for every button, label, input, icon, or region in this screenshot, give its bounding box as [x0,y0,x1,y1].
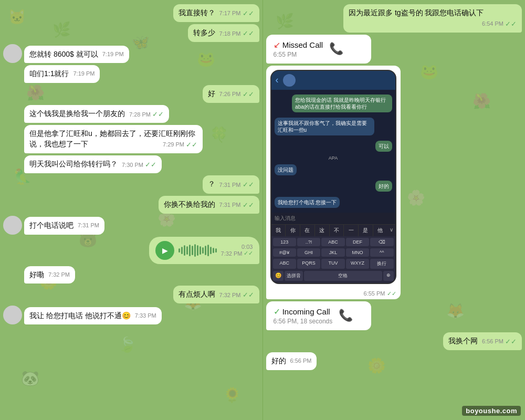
message-meta: 7:26 PM ✓✓ [219,90,254,99]
phone-header: ‹ [271,71,395,90]
message-bubble: 好的 6:56 PM [266,352,317,370]
message-meta: 7:32 PM ✓✓ [219,290,254,300]
message-bubble: 好嘞 7:32 PM [24,266,75,284]
message-meta: 7:32 PM [48,271,70,279]
message-row: 转多少 7:18 PM ✓✓ [188,24,259,42]
message-bubble: 我让 给您打电话 他说打不通😊 7:33 PM [24,307,162,325]
phone-screen: ‹ 您给我现金的话 我就是昨晚明天存银行 aba的话在直接打给我看看你行 这事我… [270,70,396,284]
right-messages-container: 因为最近跟多 tg盗号的 我跟您电话确认下 6:54 PM ✓✓ ↙ Misse… [263,0,526,420]
read-ticks: ✓✓ [145,160,156,170]
message-bubble: 转多少 7:18 PM ✓✓ [188,24,259,42]
message-bubble: 但是他拿了汇旺和u，她都回去了，还要汇旺刚刚你说，我也想了一下 7:29 PM … [24,125,203,153]
play-button[interactable] [155,241,174,260]
message-text: 好嘞 [29,270,44,279]
message-meta: 7:19 PM [102,50,124,58]
message-row: 好 7:26 PM ✓✓ [203,85,259,103]
message-text: 好的 [271,356,286,365]
message-row: ✓ Incoming Call 6:56 PM, 18 seconds 📞 [266,301,371,330]
message-bubble: 这个钱我是换给我一个朋友的 7:28 PM ✓✓ [24,105,169,123]
message-meta: 7:31 PM ✓✓ [219,180,254,190]
voice-duration: 0:03 7:32 PM ✓✓ [221,244,253,257]
read-ticks: ✓✓ [243,29,254,38]
back-button: ‹ [276,75,279,86]
message-text: 咱们1:1就行 [29,69,69,78]
phone-message: 这事我就不跟你客气了，我确实是需要汇旺和一些u [275,118,374,135]
abc-key: ABC [321,238,344,246]
message-row: 明天我叫公司给你转行吗？ 7:30 PM ✓✓ [3,155,162,173]
right-chat-panel: 🌿 🦋 🐸 🌺 🍀 🌸 🐻 🦊 🌼 因为最近跟多 tg盗号的 我跟您电话确认下 … [263,0,526,420]
phone-label: APA [275,155,392,161]
screenshot-bubble: ‹ 您给我现金的话 我就是昨晚明天存银行 aba的话在直接打给我看看你行 这事我… [266,66,401,299]
message-row: 打个电话说吧 7:31 PM [3,216,104,235]
phone-icon: 📞 [339,309,353,322]
message-text: 因为最近跟多 tg盗号的 我跟您电话确认下 [349,8,484,17]
message-text: 我换个网 [448,337,478,345]
message-bubble: 因为最近跟多 tg盗号的 我跟您电话确认下 6:54 PM ✓✓ [343,4,522,33]
message-row: ？ 7:31 PM ✓✓ [203,175,259,193]
message-text: 有点烦人啊 [178,290,215,298]
phone-message: 可以 [375,141,392,152]
message-row: 好的 6:56 PM [266,352,317,370]
contact-avatar [283,74,296,87]
message-meta: 7:31 PM [78,222,99,229]
missed-call-arrow: ↙ [274,40,280,50]
voice-message-bubble: 0:03 7:32 PM ✓✓ [149,237,259,264]
message-meta: 7:28 PM ✓✓ [129,110,164,119]
read-ticks: ✓✓ [243,201,254,210]
call-time: 6:55 PM [274,51,323,58]
message-meta: 6:56 PM ✓✓ [482,337,517,346]
input-placeholder: 输入消息 [275,215,296,222]
call-time: 6:56 PM, 18 seconds [274,318,333,325]
phone-keyboard: 123 ..?! ABC DEF ⌫ #@¥ GHI JKL MNO ^^ [271,236,395,283]
message-meta: 7:33 PM [135,312,156,320]
watermark: boyoushe.com [462,406,521,416]
message-bubble: 好 7:26 PM ✓✓ [203,85,259,103]
read-ticks: ✓✓ [243,180,254,190]
read-ticks: ✓✓ [243,90,254,99]
message-bubble: 我直接转？ 7:17 PM ✓✓ [173,4,259,22]
message-text: 我直接转？ [178,8,215,17]
message-row: 咱们1:1就行 7:19 PM [3,65,100,83]
message-text: 转多少 [193,28,215,37]
phone-message: 您给我现金的话 我就是昨晚明天存银行 aba的话在直接打给我看看你行 [292,94,392,112]
message-bubble: 有点烦人啊 7:32 PM ✓✓ [173,286,259,303]
keyboard-suggestions: 我 你 在 这 不 一 是 他 ∨ [271,224,395,236]
read-ticks: ✓✓ [152,110,164,119]
incoming-call-arrow: ✓ [274,307,280,317]
call-info: ↙ Missed Call 6:55 PM [274,40,323,58]
message-row: 我换个网 6:56 PM ✓✓ [443,332,522,350]
message-row: 好嘞 7:32 PM [3,266,75,284]
message-meta: 7:17 PM ✓✓ [219,9,254,18]
message-row: 我直接转？ 7:17 PM ✓✓ [173,4,259,22]
message-text: ？ [208,180,215,188]
call-title: ↙ Missed Call [274,40,323,50]
read-ticks: ✓✓ [243,290,254,300]
left-chat-panel: 🐱 🌿 🦋 🐸 🌺 🐰 🍀 🦜 🌸 🐻 🌼 🦊 🍃 🐼 🌻 我直接转？ 7:17… [0,0,262,420]
message-row: 因为最近跟多 tg盗号的 我跟您电话确认下 6:54 PM ✓✓ [343,4,522,33]
call-info: ✓ Incoming Call 6:56 PM, 18 seconds [274,307,333,325]
message-text: 您就转 8600$ 就可以 [29,50,98,58]
message-meta: 7:19 PM [73,70,94,78]
phone-input-area: 输入消息 [271,213,395,224]
message-meta: 6:54 PM ✓✓ [482,19,517,29]
avatar [3,216,22,235]
message-row: ↙ Missed Call 6:55 PM 📞 [266,35,371,64]
message-meta: 7:18 PM ✓✓ [219,29,254,38]
message-row: 但是他拿了汇旺和u，她都回去了，还要汇旺刚刚你说，我也想了一下 7:29 PM … [3,125,203,153]
read-ticks: ✓✓ [505,337,517,346]
left-messages-container: 我直接转？ 7:17 PM ✓✓ 转多少 7:18 PM ✓✓ 您就转 8600… [0,0,262,420]
read-ticks: ✓✓ [243,9,254,18]
message-text: 明天我叫公司给你转行吗？ [29,160,118,168]
phone-message: 我给您打个电话 您接一下 [275,197,340,208]
phone-chat-area: 您给我现金的话 我就是昨晚明天存银行 aba的话在直接打给我看看你行 这事我就不… [271,90,395,213]
message-meta: 7:31 PM ✓✓ [219,201,254,210]
read-ticks: ✓✓ [186,140,197,150]
message-row: 0:03 7:32 PM ✓✓ [149,237,259,264]
message-text: 我让 给您打电话 他说打不通😊 [29,311,131,320]
call-title: ✓ Incoming Call [274,307,333,317]
phone-message: 没问题 [275,164,297,175]
avatar [3,44,22,63]
avatar [3,306,22,324]
phone-icon: 📞 [329,42,343,56]
screenshot-time: 6:55 PM ✓✓ [266,288,401,299]
